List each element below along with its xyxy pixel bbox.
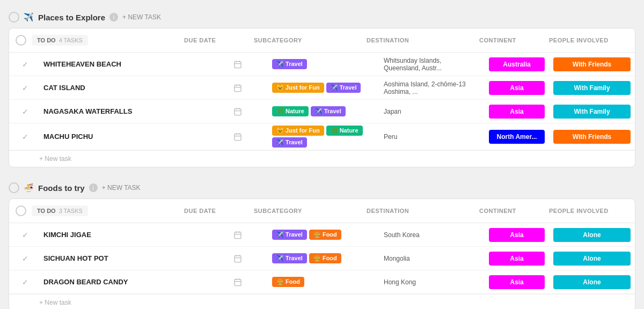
new-task-row[interactable]: + New task	[9, 294, 635, 309]
page: ✈️Places to Explorei+ NEW TASKTO DO4 TAS…	[0, 0, 644, 309]
svg-rect-24	[235, 279, 241, 285]
tag-food: 🍔 Food	[309, 253, 341, 263]
task-destination: Hong Kong	[377, 276, 485, 288]
people-badge: With Friends	[553, 57, 631, 71]
group-collapse-btn[interactable]	[9, 182, 19, 193]
continent-badge: North Amer...	[489, 130, 545, 144]
task-destination: Japan	[377, 106, 485, 117]
task-people: Alone	[549, 273, 635, 291]
people-badge: With Family	[553, 81, 631, 95]
task-subcategory: 🌿 Nature✈️ Travel	[270, 104, 377, 119]
tag-travel: ✈️ Travel	[272, 230, 307, 240]
task-people: With Family	[549, 102, 635, 121]
tag-food: 🍔 Food	[272, 277, 304, 287]
group-new-task-btn[interactable]: + NEW TASK	[102, 184, 141, 192]
task-continent: Asia	[485, 102, 549, 121]
svg-rect-0	[235, 61, 241, 68]
task-check[interactable]: ✓	[9, 278, 41, 286]
group-new-task-btn[interactable]: + NEW TASK	[122, 13, 161, 21]
tag-travel: ✈️ Travel	[272, 59, 307, 69]
group-places: ✈️Places to Explorei+ NEW TASKTO DO4 TAS…	[0, 5, 644, 167]
task-continent: Asia	[485, 226, 549, 244]
task-subcategory: 😺 Just for Fun🌿 Nature✈️ Travel	[270, 123, 377, 150]
group-title: Places to Explore	[38, 13, 105, 22]
task-subcategory: 🍔 Food	[270, 275, 377, 289]
people-badge: With Family	[553, 105, 631, 119]
group-icon: ✈️	[24, 12, 34, 22]
section-collapse-btn[interactable]	[16, 205, 26, 216]
task-due-date[interactable]	[206, 107, 270, 116]
continent-badge: Asia	[489, 228, 545, 242]
todo-header-row: TO DO4 TASKSDUE DATESUBCATEGORYDESTINATI…	[9, 28, 635, 53]
group-title: Foods to try	[38, 183, 85, 193]
group-header-row: 🍜Foods to tryi+ NEW TASK	[0, 176, 644, 196]
task-due-date[interactable]	[206, 60, 270, 69]
task-continent: Asia	[485, 249, 549, 268]
task-name: NAGASAKA WATERFALLS	[41, 103, 206, 120]
task-due-date[interactable]	[206, 231, 270, 239]
task-people: With Friends	[549, 128, 635, 146]
task-destination: Whitsunday Islands, Queensland, Austr...	[377, 55, 485, 74]
svg-rect-16	[235, 232, 241, 238]
task-check[interactable]: ✓	[9, 231, 41, 239]
task-people: Alone	[549, 249, 635, 268]
group-foods: 🍜Foods to tryi+ NEW TASKTO DO3 TASKSDUE …	[0, 176, 644, 309]
task-continent: North Amer...	[485, 128, 549, 146]
col-header-continent: CONTINENT	[473, 33, 537, 48]
task-due-date[interactable]	[206, 278, 270, 286]
task-destination: South Korea	[377, 229, 485, 241]
table-row: ✓DRAGON BEARD CANDY🍔 FoodHong KongAsiaAl…	[9, 270, 635, 294]
task-check[interactable]: ✓	[9, 254, 41, 263]
svg-rect-20	[235, 255, 241, 262]
tasks-count: 4 TASKS	[59, 37, 83, 43]
info-icon[interactable]: i	[89, 183, 98, 192]
todo-header-row: TO DO3 TASKSDUE DATESUBCATEGORYDESTINATI…	[9, 199, 635, 223]
col-header-subcategory: SUBCATEGORY	[247, 33, 355, 48]
group-header-row: ✈️Places to Explorei+ NEW TASK	[0, 5, 644, 26]
table-row: ✓NAGASAKA WATERFALLS🌿 Nature✈️ TravelJap…	[9, 100, 635, 123]
task-name: KIMCHI JIGAE	[41, 226, 206, 243]
task-subcategory: ✈️ Travel🍔 Food	[270, 227, 377, 242]
people-badge: With Friends	[553, 130, 631, 144]
task-continent: Asia	[485, 79, 549, 97]
table-row: ✓KIMCHI JIGAE✈️ Travel🍔 FoodSouth KoreaA…	[9, 223, 635, 247]
task-check[interactable]: ✓	[9, 133, 41, 141]
task-subcategory: ✈️ Travel🍔 Food	[270, 251, 377, 266]
task-check[interactable]: ✓	[9, 84, 41, 92]
svg-rect-8	[235, 108, 241, 115]
task-table: TO DO4 TASKSDUE DATESUBCATEGORYDESTINATI…	[9, 28, 635, 167]
task-destination: Peru	[377, 131, 485, 143]
task-name: DRAGON BEARD CANDY	[41, 274, 206, 290]
col-header-destination: DESTINATION	[360, 203, 467, 218]
task-people: Alone	[549, 226, 635, 244]
people-badge: Alone	[553, 228, 631, 242]
tag-nature: 🌿 Nature	[272, 106, 309, 116]
col-header-subcategory: SUBCATEGORY	[247, 203, 355, 218]
tag-travel: ✈️ Travel	[311, 106, 346, 116]
task-due-date[interactable]	[206, 133, 270, 141]
task-check[interactable]: ✓	[9, 60, 41, 69]
col-header-continent: CONTINENT	[473, 203, 537, 218]
col-header-due-date: DUE DATE	[178, 203, 242, 218]
people-badge: Alone	[553, 275, 631, 289]
people-badge: Alone	[553, 252, 631, 266]
todo-label: TO DO	[37, 37, 56, 43]
group-collapse-btn[interactable]	[9, 12, 19, 23]
task-subcategory: ✈️ Travel	[270, 57, 377, 71]
group-icon: 🍜	[24, 183, 34, 193]
new-task-row[interactable]: + New task	[9, 150, 635, 167]
continent-badge: Asia	[489, 81, 545, 95]
table-row: ✓CAT ISLAND😺 Just for Fun✈️ TravelAoshim…	[9, 76, 635, 100]
info-icon[interactable]: i	[109, 13, 118, 21]
task-people: With Friends	[549, 55, 635, 73]
table-row: ✓WHITEHEAVEN BEACH✈️ TravelWhitsunday Is…	[9, 53, 635, 76]
section-collapse-btn[interactable]	[16, 35, 26, 46]
tag-travel: ✈️ Travel	[326, 83, 361, 93]
tag-food: 🍔 Food	[309, 230, 341, 240]
svg-rect-4	[235, 85, 241, 91]
task-due-date[interactable]	[206, 254, 270, 263]
task-due-date[interactable]	[206, 84, 270, 92]
task-continent: Asia	[485, 273, 549, 291]
continent-badge: Australia	[489, 57, 545, 71]
task-check[interactable]: ✓	[9, 107, 41, 116]
